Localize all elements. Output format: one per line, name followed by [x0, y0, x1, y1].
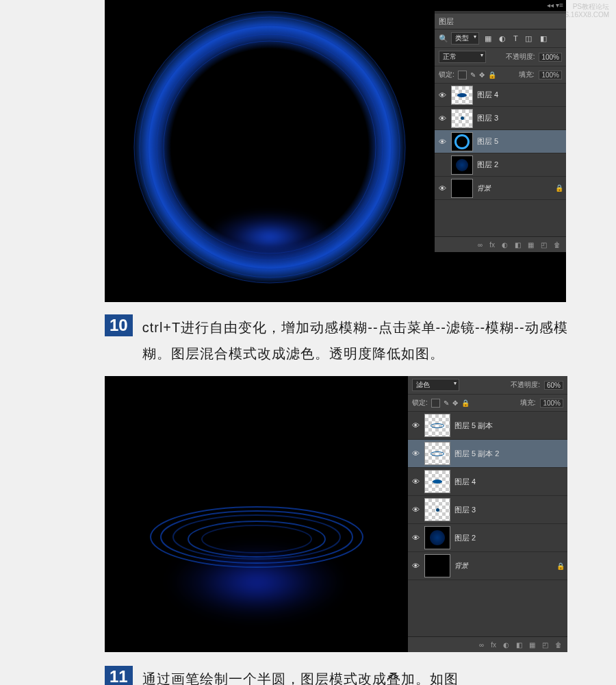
visibility-icon[interactable]: 👁	[411, 477, 420, 486]
fx-icon[interactable]: fx	[491, 641, 496, 649]
fill-label: 填充:	[520, 398, 536, 408]
layer-thumb	[424, 470, 450, 493]
layer-row[interactable]: 👁图层 5 副本	[408, 412, 567, 440]
canvas-ring	[105, 0, 435, 302]
layer-row[interactable]: 👁图层 3	[408, 496, 567, 524]
panel-footer: ∞ fx ◐ ◧ ▦ ◰ 🗑	[435, 236, 566, 252]
visibility-icon[interactable]: 👁	[411, 505, 420, 514]
mask-icon[interactable]: ◐	[503, 641, 509, 649]
step-10: 10 ctrl+T进行自由变化，增加动感模糊--点击菜单--滤镜--模糊--动感…	[105, 314, 589, 366]
step-number: 11	[105, 666, 133, 685]
layer-row[interactable]: 图层 2	[435, 153, 566, 177]
layers-panel-2: 滤色 不透明度: 60% 锁定: ✎ ✥ 🔒 填充: 100% 👁图层 5 副本…	[408, 376, 567, 652]
layer-thumb	[424, 498, 450, 521]
layers-panel-1: ◂◂ ▾≡ 图层 🔍 类型 ▦ ◐ T ◫ ◧ 正常 不透明度: 100% 锁定…	[435, 11, 566, 252]
lock-brush-icon[interactable]: ✎	[444, 399, 449, 407]
layer-thumb	[451, 109, 473, 128]
layer-thumb	[451, 155, 473, 175]
layer-name: 背景	[454, 561, 468, 571]
opacity-value[interactable]: 60%	[544, 381, 563, 390]
lock-all-icon[interactable]: 🔒	[461, 399, 470, 407]
visibility-icon[interactable]: 👁	[411, 533, 420, 543]
layer-name: 图层 2	[454, 533, 476, 543]
visibility-icon[interactable]: 👁	[411, 421, 420, 430]
layer-thumb	[424, 554, 450, 577]
adjustment-icon[interactable]: ◧	[516, 641, 522, 649]
lock-icon: 🔒	[555, 184, 563, 192]
opacity-label: 不透明度:	[506, 52, 535, 62]
layer-name: 图层 5 副本 2	[454, 449, 499, 459]
visibility-icon[interactable]: 👁	[437, 114, 447, 123]
layer-name: 背景	[477, 184, 491, 193]
lock-move-icon[interactable]: ✥	[479, 71, 485, 79]
step-text: ctrl+T进行自由变化，增加动感模糊--点击菜单--滤镜--模糊--动感模糊。…	[142, 314, 589, 366]
trash-icon[interactable]: 🗑	[554, 241, 561, 249]
visibility-icon[interactable]: 👁	[437, 184, 447, 193]
layer-thumb	[451, 86, 473, 105]
new-layer-icon[interactable]: ◰	[541, 241, 547, 249]
panel-tab[interactable]: 图层	[435, 14, 566, 29]
lock-transparency[interactable]	[431, 399, 440, 408]
screenshot-2: 滤色 不透明度: 60% 锁定: ✎ ✥ 🔒 填充: 100% 👁图层 5 副本…	[105, 376, 567, 652]
layer-thumb	[424, 414, 450, 437]
fx-icon[interactable]: fx	[489, 241, 495, 249]
layer-name: 图层 3	[454, 505, 476, 515]
layer-list-2: 👁图层 5 副本 👁图层 5 副本 2 👁图层 4 👁图层 3 👁图层 2 👁背…	[408, 412, 567, 580]
filter-type[interactable]: 类型	[451, 32, 479, 45]
layer-list-1: 👁图层 4 👁图层 3 👁图层 5 图层 2 👁背景🔒	[435, 84, 566, 200]
layer-name: 图层 4	[477, 90, 498, 100]
layer-row[interactable]: 👁背景🔒	[408, 552, 567, 580]
filter-icons[interactable]: ▦ ◐ T ◫ ◧	[485, 34, 550, 43]
lock-brush-icon[interactable]: ✎	[470, 71, 476, 79]
mask-icon[interactable]: ◐	[502, 241, 508, 249]
layer-row[interactable]: 👁图层 5 副本 2	[408, 440, 567, 468]
layer-name: 图层 5	[477, 136, 498, 147]
trash-icon[interactable]: 🗑	[555, 641, 562, 649]
layer-thumb	[424, 526, 450, 549]
group-icon[interactable]: ▦	[528, 241, 534, 249]
layer-row[interactable]: 👁背景🔒	[435, 177, 566, 200]
visibility-icon[interactable]: 👁	[437, 137, 447, 147]
visibility-icon[interactable]	[437, 160, 447, 170]
opacity-value[interactable]: 100%	[539, 53, 562, 62]
layer-row[interactable]: 👁图层 3	[435, 107, 566, 130]
layer-thumb	[451, 179, 473, 198]
layer-row[interactable]: 👁图层 5	[435, 130, 566, 153]
visibility-icon[interactable]: 👁	[411, 449, 420, 458]
layer-thumb	[451, 132, 473, 151]
canvas-disc	[105, 376, 408, 652]
blend-mode[interactable]: 正常	[439, 51, 486, 63]
layer-name: 图层 5 副本	[454, 421, 493, 431]
new-layer-icon[interactable]: ◰	[542, 641, 548, 649]
panel-footer: ∞ fx ◐ ◧ ▦ ◰ 🗑	[408, 636, 567, 652]
visibility-icon[interactable]: 👁	[437, 90, 447, 100]
fill-value[interactable]: 100%	[540, 399, 563, 408]
layer-row[interactable]: 👁图层 4	[408, 468, 567, 496]
fill-value[interactable]: 100%	[539, 71, 562, 79]
step-11: 11 通过画笔绘制一个半圆，图层模式改成叠加。如图	[105, 666, 589, 685]
svg-point-7	[161, 511, 352, 563]
step-number: 10	[105, 314, 133, 336]
layer-name: 图层 3	[477, 113, 498, 123]
lock-transparency[interactable]	[458, 71, 467, 79]
lock-label: 锁定:	[412, 398, 428, 408]
blend-mode[interactable]: 滤色	[412, 379, 459, 391]
visibility-icon[interactable]: 👁	[411, 561, 420, 571]
svg-point-10	[202, 525, 311, 553]
fill-label: 填充:	[519, 70, 535, 79]
adjustment-icon[interactable]: ◧	[515, 241, 521, 249]
group-icon[interactable]: ▦	[529, 641, 535, 649]
lock-all-icon[interactable]: 🔒	[488, 71, 496, 79]
lock-move-icon[interactable]: ✥	[452, 399, 458, 407]
layer-name: 图层 4	[454, 477, 476, 487]
link-icon[interactable]: ∞	[479, 641, 484, 649]
layer-thumb	[424, 442, 450, 465]
step-text: 通过画笔绘制一个半圆，图层模式改成叠加。如图	[142, 666, 459, 685]
screenshot-1: ◂◂ ▾≡ 图层 🔍 类型 ▦ ◐ T ◫ ◧ 正常 不透明度: 100% 锁定…	[105, 0, 566, 302]
layer-row[interactable]: 👁图层 4	[435, 84, 566, 107]
link-icon[interactable]: ∞	[478, 241, 483, 249]
layer-row[interactable]: 👁图层 2	[408, 524, 567, 552]
opacity-label: 不透明度:	[511, 380, 540, 390]
lock-icon: 🔒	[556, 562, 565, 570]
svg-point-9	[188, 521, 325, 557]
